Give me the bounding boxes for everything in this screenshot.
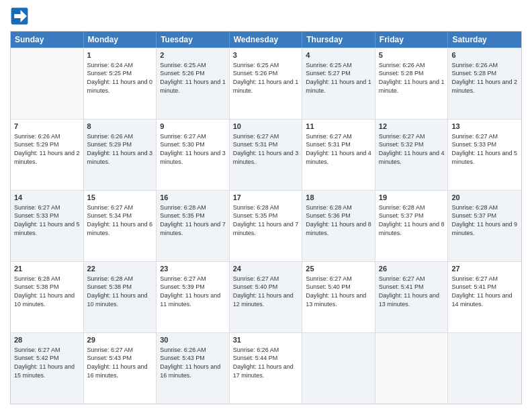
- table-row: 8Sunrise: 6:26 AM Sunset: 5:29 PM Daylig…: [84, 120, 157, 190]
- day-number: 19: [379, 193, 445, 203]
- cell-info: Sunrise: 6:27 AM Sunset: 5:42 PM Dayligh…: [14, 346, 80, 379]
- day-number: 21: [14, 264, 80, 274]
- header: [10, 7, 522, 26]
- day-number: 11: [306, 122, 371, 132]
- table-row: 10Sunrise: 6:27 AM Sunset: 5:31 PM Dayli…: [230, 120, 303, 190]
- day-number: 7: [14, 122, 80, 132]
- cell-info: Sunrise: 6:27 AM Sunset: 5:31 PM Dayligh…: [233, 132, 299, 166]
- table-row: 14Sunrise: 6:27 AM Sunset: 5:33 PM Dayli…: [11, 191, 84, 261]
- table-row: 28Sunrise: 6:27 AM Sunset: 5:42 PM Dayli…: [11, 333, 84, 404]
- day-of-week-saturday: Saturday: [448, 32, 521, 48]
- table-row: 30Sunrise: 6:26 AM Sunset: 5:43 PM Dayli…: [157, 333, 230, 404]
- cell-info: Sunrise: 6:25 AM Sunset: 5:27 PM Dayligh…: [306, 61, 371, 95]
- table-row: 7Sunrise: 6:26 AM Sunset: 5:29 PM Daylig…: [11, 120, 84, 190]
- table-row: [11, 48, 84, 119]
- day-number: 27: [451, 264, 518, 274]
- cell-info: Sunrise: 6:27 AM Sunset: 5:33 PM Dayligh…: [14, 203, 80, 237]
- cell-info: Sunrise: 6:26 AM Sunset: 5:29 PM Dayligh…: [14, 132, 80, 166]
- table-row: 26Sunrise: 6:27 AM Sunset: 5:41 PM Dayli…: [375, 262, 449, 332]
- cell-info: Sunrise: 6:26 AM Sunset: 5:43 PM Dayligh…: [160, 346, 226, 379]
- calendar-week-3: 14Sunrise: 6:27 AM Sunset: 5:33 PM Dayli…: [11, 190, 521, 261]
- day-number: 16: [160, 193, 226, 203]
- day-number: 22: [87, 264, 153, 274]
- calendar: SundayMondayTuesdayWednesdayThursdayFrid…: [10, 31, 522, 404]
- cell-info: Sunrise: 6:28 AM Sunset: 5:38 PM Dayligh…: [87, 275, 153, 308]
- cell-info: Sunrise: 6:27 AM Sunset: 5:41 PM Dayligh…: [379, 275, 445, 308]
- table-row: 24Sunrise: 6:27 AM Sunset: 5:40 PM Dayli…: [230, 262, 303, 332]
- day-of-week-friday: Friday: [375, 32, 449, 48]
- cell-info: Sunrise: 6:28 AM Sunset: 5:38 PM Dayligh…: [14, 275, 80, 308]
- table-row: [448, 333, 521, 404]
- logo: [10, 7, 32, 26]
- table-row: 18Sunrise: 6:28 AM Sunset: 5:36 PM Dayli…: [302, 191, 375, 261]
- table-row: 9Sunrise: 6:27 AM Sunset: 5:30 PM Daylig…: [157, 120, 230, 190]
- table-row: 11Sunrise: 6:27 AM Sunset: 5:31 PM Dayli…: [302, 120, 375, 190]
- table-row: 5Sunrise: 6:26 AM Sunset: 5:28 PM Daylig…: [375, 48, 449, 119]
- table-row: 3Sunrise: 6:25 AM Sunset: 5:26 PM Daylig…: [230, 48, 303, 119]
- table-row: 6Sunrise: 6:26 AM Sunset: 5:28 PM Daylig…: [448, 48, 521, 119]
- table-row: 16Sunrise: 6:28 AM Sunset: 5:35 PM Dayli…: [157, 191, 230, 261]
- calendar-week-5: 28Sunrise: 6:27 AM Sunset: 5:42 PM Dayli…: [11, 332, 521, 404]
- day-number: 5: [379, 50, 445, 60]
- day-number: 18: [306, 193, 371, 203]
- table-row: 25Sunrise: 6:27 AM Sunset: 5:40 PM Dayli…: [302, 262, 375, 332]
- day-number: 14: [14, 193, 80, 203]
- cell-info: Sunrise: 6:24 AM Sunset: 5:25 PM Dayligh…: [87, 61, 153, 95]
- day-number: 3: [233, 50, 299, 60]
- table-row: 29Sunrise: 6:27 AM Sunset: 5:43 PM Dayli…: [84, 333, 157, 404]
- table-row: 27Sunrise: 6:27 AM Sunset: 5:41 PM Dayli…: [448, 262, 521, 332]
- cell-info: Sunrise: 6:27 AM Sunset: 5:34 PM Dayligh…: [87, 203, 153, 237]
- day-number: 23: [160, 264, 226, 274]
- cell-info: Sunrise: 6:28 AM Sunset: 5:35 PM Dayligh…: [233, 203, 299, 237]
- cell-info: Sunrise: 6:28 AM Sunset: 5:35 PM Dayligh…: [160, 203, 226, 237]
- calendar-header: SundayMondayTuesdayWednesdayThursdayFrid…: [11, 32, 521, 48]
- cell-info: Sunrise: 6:27 AM Sunset: 5:30 PM Dayligh…: [160, 132, 226, 166]
- day-number: 20: [451, 193, 518, 203]
- cell-info: Sunrise: 6:25 AM Sunset: 5:26 PM Dayligh…: [233, 61, 299, 95]
- cell-info: Sunrise: 6:28 AM Sunset: 5:36 PM Dayligh…: [306, 203, 371, 237]
- cell-info: Sunrise: 6:28 AM Sunset: 5:37 PM Dayligh…: [379, 203, 445, 237]
- table-row: 12Sunrise: 6:27 AM Sunset: 5:32 PM Dayli…: [375, 120, 449, 190]
- cell-info: Sunrise: 6:28 AM Sunset: 5:37 PM Dayligh…: [451, 203, 518, 237]
- table-row: 4Sunrise: 6:25 AM Sunset: 5:27 PM Daylig…: [302, 48, 375, 119]
- day-number: 25: [306, 264, 371, 274]
- table-row: [302, 333, 375, 404]
- day-number: 8: [87, 122, 153, 132]
- day-number: 15: [87, 193, 153, 203]
- table-row: 15Sunrise: 6:27 AM Sunset: 5:34 PM Dayli…: [84, 191, 157, 261]
- cell-info: Sunrise: 6:26 AM Sunset: 5:28 PM Dayligh…: [451, 61, 518, 95]
- day-number: 31: [233, 335, 299, 345]
- day-number: 4: [306, 50, 371, 60]
- cell-info: Sunrise: 6:27 AM Sunset: 5:41 PM Dayligh…: [451, 275, 518, 308]
- day-number: 9: [160, 122, 226, 132]
- day-number: 10: [233, 122, 299, 132]
- cell-info: Sunrise: 6:26 AM Sunset: 5:28 PM Dayligh…: [379, 61, 445, 95]
- day-number: 13: [451, 122, 518, 132]
- day-of-week-sunday: Sunday: [11, 32, 84, 48]
- table-row: 23Sunrise: 6:27 AM Sunset: 5:39 PM Dayli…: [157, 262, 230, 332]
- cell-info: Sunrise: 6:27 AM Sunset: 5:39 PM Dayligh…: [160, 275, 226, 308]
- table-row: 13Sunrise: 6:27 AM Sunset: 5:33 PM Dayli…: [448, 120, 521, 190]
- table-row: 2Sunrise: 6:25 AM Sunset: 5:26 PM Daylig…: [157, 48, 230, 119]
- general-blue-logo-icon: [10, 7, 29, 26]
- cell-info: Sunrise: 6:27 AM Sunset: 5:43 PM Dayligh…: [87, 346, 153, 379]
- day-of-week-monday: Monday: [84, 32, 157, 48]
- day-number: 29: [87, 335, 153, 345]
- table-row: [375, 333, 449, 404]
- cell-info: Sunrise: 6:26 AM Sunset: 5:44 PM Dayligh…: [233, 346, 299, 379]
- day-number: 28: [14, 335, 80, 345]
- day-number: 1: [87, 50, 153, 60]
- day-number: 12: [379, 122, 445, 132]
- cell-info: Sunrise: 6:25 AM Sunset: 5:26 PM Dayligh…: [160, 61, 226, 95]
- cell-info: Sunrise: 6:27 AM Sunset: 5:40 PM Dayligh…: [233, 275, 299, 308]
- cell-info: Sunrise: 6:27 AM Sunset: 5:33 PM Dayligh…: [451, 132, 518, 166]
- cell-info: Sunrise: 6:26 AM Sunset: 5:29 PM Dayligh…: [87, 132, 153, 166]
- day-number: 30: [160, 335, 226, 345]
- cell-info: Sunrise: 6:27 AM Sunset: 5:31 PM Dayligh…: [306, 132, 371, 166]
- calendar-week-4: 21Sunrise: 6:28 AM Sunset: 5:38 PM Dayli…: [11, 261, 521, 332]
- day-number: 2: [160, 50, 226, 60]
- day-of-week-wednesday: Wednesday: [230, 32, 303, 48]
- day-of-week-thursday: Thursday: [302, 32, 375, 48]
- calendar-week-2: 7Sunrise: 6:26 AM Sunset: 5:29 PM Daylig…: [11, 119, 521, 190]
- day-number: 6: [451, 50, 518, 60]
